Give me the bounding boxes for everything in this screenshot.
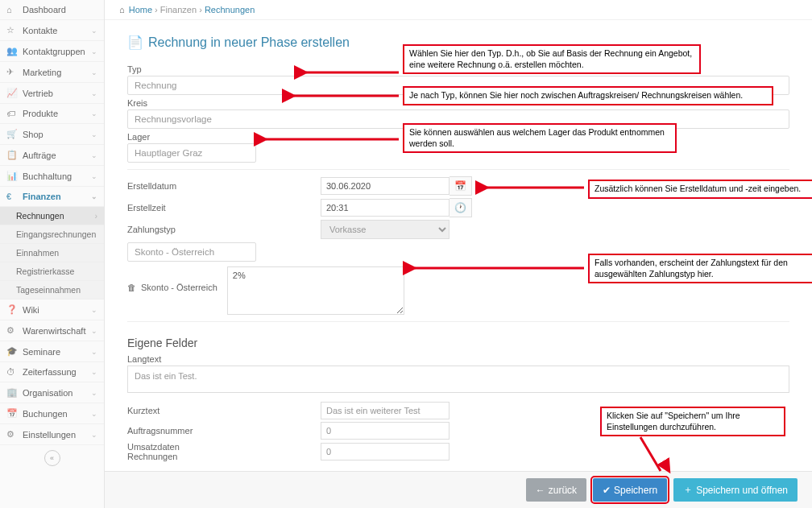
erstellzeit-input[interactable]: [321, 199, 450, 217]
kurztext-label: Kurztext: [127, 406, 224, 415]
sidebar-icon: 🏢: [6, 387, 18, 398]
sidebar-item-buchhaltung[interactable]: 📊Buchhaltung⌄: [0, 166, 104, 187]
zahlungstyp-label: Zahlungstyp: [127, 225, 224, 234]
footer-bar: ← zurück ✔ Speichern ＋ Speichern und öff…: [105, 471, 812, 508]
save-open-button[interactable]: ＋ Speichern und öffnen: [673, 478, 798, 502]
sidebar-subitem-einnahmen[interactable]: Einnahmen: [0, 244, 104, 262]
file-icon: 📄: [127, 35, 143, 50]
auftragsnummer-input[interactable]: [321, 422, 450, 440]
back-button[interactable]: ← zurück: [526, 478, 586, 502]
sidebar-item-seminare[interactable]: 🎓Seminare⌄: [0, 341, 104, 362]
sidebar-item-shop[interactable]: 🛒Shop⌄: [0, 124, 104, 145]
sidebar-item-zeiterfassung[interactable]: ⏱Zeiterfassung⌄: [0, 362, 104, 382]
sidebar-item-vertrieb[interactable]: 📈Vertrieb⌄: [0, 83, 104, 104]
content: 📄 Rechnung in neuer Phase erstellen Typ …: [105, 20, 812, 471]
eigene-felder-heading: Eigene Felder: [127, 337, 789, 349]
chevron-down-icon: ⌄: [91, 368, 97, 376]
sidebar-item-buchungen[interactable]: 📅Buchungen⌄: [0, 403, 104, 424]
chevron-down-icon: ⌄: [91, 389, 97, 397]
skonto-select[interactable]: Skonto - Österreich: [127, 242, 256, 262]
chevron-down-icon: ⌄: [91, 109, 97, 118]
sidebar-item-marketing[interactable]: ✈Marketing⌄: [0, 62, 104, 83]
chevron-down-icon: ⌄: [91, 151, 97, 159]
trash-icon[interactable]: 🗑: [127, 283, 136, 292]
chevron-down-icon: ⌄: [91, 327, 97, 335]
sidebar-icon: 📋: [6, 150, 18, 160]
breadcrumb-section: Finanzen: [160, 5, 197, 14]
sidebar-icon: 👥: [6, 46, 18, 56]
annotation-kreis: Je nach Typ, können Sie hier noch zwisch…: [403, 86, 773, 105]
sidebar-icon: 📈: [6, 88, 18, 98]
langtext-textarea[interactable]: Das ist ein Test.: [127, 366, 789, 393]
annotation-datum: Zusätzlich können Sie Erstelldatum und -…: [588, 180, 812, 199]
erstellzeit-label: Erstellzeit: [127, 203, 224, 213]
erstelldatum-input[interactable]: [321, 177, 450, 195]
sidebar: ⌂Dashboard☆Kontakte⌄👥Kontaktgruppen⌄✈Mar…: [0, 0, 105, 508]
svg-line-5: [640, 437, 661, 471]
skonto-textarea[interactable]: 2%: [227, 266, 404, 315]
sidebar-icon: €: [6, 192, 18, 201]
sidebar-item-wiki[interactable]: ❓Wiki⌄: [0, 299, 104, 320]
sidebar-item-finanzen[interactable]: €Finanzen⌄: [0, 187, 104, 207]
home-icon: ⌂: [119, 5, 125, 14]
sidebar-item-kontakte[interactable]: ☆Kontakte⌄: [0, 20, 104, 41]
chevron-down-icon: ⌄: [91, 410, 97, 418]
sidebar-subitem-registrierkasse[interactable]: Registrierkasse: [0, 262, 104, 281]
chevron-down-icon: ⌄: [91, 130, 97, 138]
umsatz-label: Umsatzdaten Rechnungen: [127, 442, 224, 461]
chevron-down-icon: ⌄: [91, 192, 97, 200]
sidebar-icon: ⌂: [6, 5, 18, 14]
chevron-down-icon: ⌄: [91, 47, 97, 56]
kurztext-input[interactable]: [321, 402, 450, 419]
breadcrumb-page[interactable]: Rechnungen: [205, 5, 255, 14]
chevron-down-icon: ⌄: [91, 348, 97, 356]
sidebar-subitem-tageseinnahmen[interactable]: Tageseinnahmen: [0, 281, 104, 299]
breadcrumb: ⌂ Home › Finanzen › Rechnungen: [105, 0, 812, 20]
sidebar-icon: ⚙: [6, 325, 18, 336]
calendar-icon[interactable]: 📅: [450, 176, 472, 196]
annotation-speichern: Klicken Sie auf "Speichern" um Ihre Eins…: [600, 407, 785, 436]
skonto-country-label: Skonto - Österreich: [141, 283, 218, 292]
sidebar-icon: 🎓: [6, 346, 18, 357]
breadcrumb-home[interactable]: Home: [129, 5, 152, 14]
sidebar-item-warenwirtschaft[interactable]: ⚙Warenwirtschaft⌄: [0, 320, 104, 341]
zahlungstyp-select[interactable]: Vorkasse: [321, 220, 450, 239]
chevron-down-icon: ⌄: [91, 172, 97, 180]
sidebar-subitem-eingangsrechnungen[interactable]: Eingangsrechnungen: [0, 225, 104, 244]
sidebar-item-produkte[interactable]: 🏷Produkte⌄: [0, 104, 104, 124]
sidebar-item-kontaktgruppen[interactable]: 👥Kontaktgruppen⌄: [0, 41, 104, 62]
chevron-down-icon: ⌄: [91, 306, 97, 314]
annotation-lager: Sie können auswählen aus welchem Lager d…: [403, 123, 677, 153]
chevron-down-icon: ⌄: [91, 68, 97, 76]
sidebar-icon: 📅: [6, 408, 18, 419]
chevron-down-icon: ⌄: [91, 27, 97, 35]
auftragsnummer-label: Auftragsnummer: [127, 426, 224, 436]
sidebar-icon: ☆: [6, 25, 18, 35]
sidebar-icon: ⏱: [6, 367, 18, 377]
langtext-label: Langtext: [127, 354, 789, 364]
umsatz-input[interactable]: [321, 443, 450, 461]
erstelldatum-label: Erstelldatum: [127, 181, 224, 191]
chevron-down-icon: ⌄: [91, 89, 97, 97]
clock-icon[interactable]: 🕐: [450, 198, 472, 217]
sidebar-item-einstellungen[interactable]: ⚙Einstellungen⌄: [0, 424, 104, 445]
sidebar-icon: 🛒: [6, 129, 18, 139]
sidebar-item-organisation[interactable]: 🏢Organisation⌄: [0, 382, 104, 403]
sidebar-collapse[interactable]: «: [0, 445, 104, 471]
chevron-down-icon: ⌄: [91, 431, 97, 439]
sidebar-icon: ⚙: [6, 429, 18, 440]
save-button[interactable]: ✔ Speichern: [593, 478, 667, 502]
sidebar-icon: 🏷: [6, 109, 18, 118]
annotation-zahlungstext: Falls vorhanden, erscheint der Zahlungst…: [588, 254, 812, 283]
sidebar-item-dashboard[interactable]: ⌂Dashboard: [0, 0, 104, 20]
lager-select[interactable]: Hauptlager Graz: [127, 143, 256, 163]
sidebar-icon: 📊: [6, 171, 18, 181]
sidebar-icon: ❓: [6, 304, 18, 315]
sidebar-subitem-rechnungen[interactable]: Rechnungen: [0, 207, 104, 225]
annotation-typ: Wählen Sie hier den Typ. D.h., ob Sie au…: [403, 44, 701, 74]
sidebar-icon: ✈: [6, 67, 18, 77]
sidebar-item-aufträge[interactable]: 📋Aufträge⌄: [0, 145, 104, 166]
